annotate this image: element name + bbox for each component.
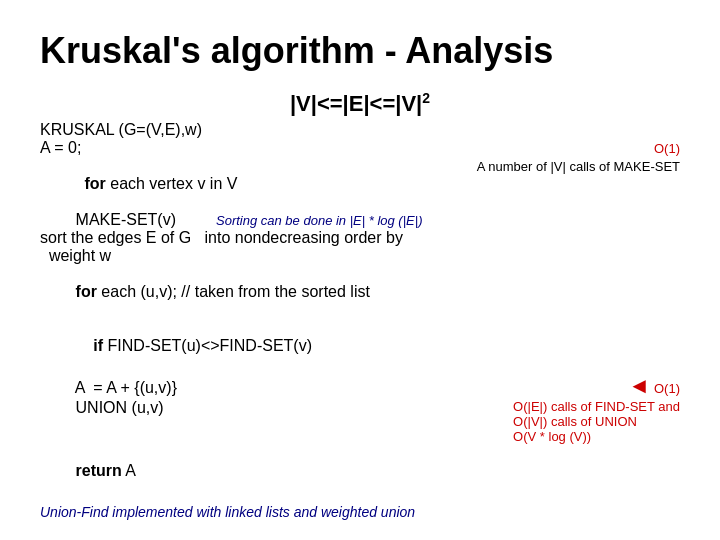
a-number-annotation: A number of |V| calls of MAKE-SET [477,159,680,174]
formula-label: |V|<=|E|<=|V|2 [290,91,430,116]
arrow-red: ◄ [628,373,650,399]
o1-annotation: O(1) [654,141,680,156]
code-line-2-row: A = 0; O(1) [40,139,680,157]
code-line-3-row: for each vertex v in V A number of |V| c… [40,157,680,211]
main-content: |V|<=|E|<=|V|2 KRUSKAL (G=(V,E),w) A = 0… [40,90,680,498]
code-line-4: MAKE-SET(v) [40,211,200,229]
code-line-10-row: UNION (u,v) O(|E|) calls of FIND-SET and… [40,399,680,444]
code-line-11: return A [40,444,680,498]
code-area: KRUSKAL (G=(V,E),w) A = 0; O(1) for each… [40,121,680,498]
footer-label: Union-Find implemented with linked lists… [40,504,415,520]
code-line-7: for each (u,v); // taken from the sorted… [40,265,680,319]
code-line-2: A = 0; [40,139,644,157]
o1-findset-annotation: O(1) [654,381,680,396]
code-line-10: UNION (u,v) [40,399,505,417]
sorting-annotation: Sorting can be done in |E| * log (|E|) [216,213,422,228]
code-line-5: sort the edges E of G into nondecreasing… [40,229,680,247]
right-annotations: O(|E|) calls of FIND-SET and O(|V|) call… [513,399,680,444]
code-line-9: A = A + {(u,v)} [40,379,624,397]
code-line-1: KRUSKAL (G=(V,E),w) [40,121,680,139]
code-line-4-row: MAKE-SET(v) Sorting can be done in |E| *… [40,211,680,229]
code-line-6: weight w [40,247,680,265]
page-title: Kruskal's algorithm - Analysis [40,30,680,72]
code-line-9-row: A = A + {(u,v)} ◄ O(1) [40,373,680,399]
code-line-8: if FIND-SET(u)<>FIND-SET(v) [40,319,680,373]
code-line-3: for each vertex v in V [40,157,469,211]
slide: Kruskal's algorithm - Analysis |V|<=|E|<… [0,0,720,540]
